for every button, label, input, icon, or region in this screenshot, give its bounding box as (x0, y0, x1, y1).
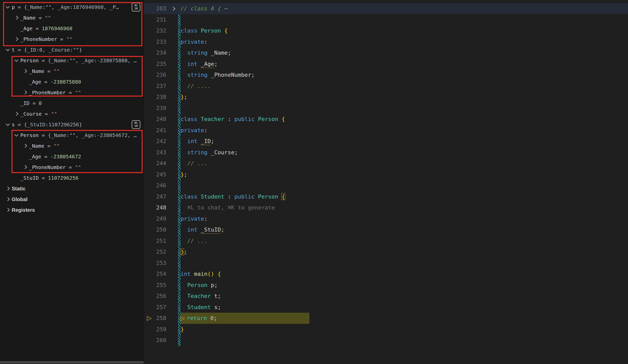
line-number-gutter[interactable]: 239 (144, 103, 178, 114)
line-number-gutter[interactable]: 251 (144, 235, 178, 247)
line-number-gutter[interactable]: 246 (144, 180, 178, 191)
sidebar-section-registers[interactable]: Registers (0, 205, 143, 215)
variable-row[interactable]: Person = {_Name:"", _Age:-238075880, … (0, 55, 143, 66)
variable-row[interactable]: _Name = "" (0, 12, 143, 23)
code-line[interactable]: 236 string _PhoneNumber; (144, 69, 628, 81)
variable-row[interactable]: _Age = -238054672 (0, 151, 143, 162)
chevron-right-icon[interactable] (14, 34, 20, 44)
code-line[interactable]: 231 (144, 14, 628, 25)
line-number-gutter[interactable]: 234 (144, 47, 178, 58)
line-number-gutter[interactable]: 260 (144, 335, 178, 346)
code-line[interactable]: 255 Person p; (144, 280, 628, 291)
variable-row[interactable]: _Course = "" (0, 109, 143, 119)
code-line[interactable]: 244 // ... (144, 158, 628, 169)
code-line[interactable]: 246 (144, 180, 628, 191)
variable-row[interactable]: _ID = 0 (0, 98, 143, 109)
chevron-right-icon[interactable] (5, 183, 12, 194)
code-line[interactable]: 234 string _Name; (144, 47, 628, 58)
code-line[interactable]: 203// class A { ⋯ (144, 3, 628, 14)
variable-row[interactable]: _PhoneNumber = "" (0, 162, 143, 173)
variable-row[interactable]: _PhoneNumber = "" (0, 87, 143, 98)
line-number-gutter[interactable]: 237 (144, 81, 178, 92)
code-line[interactable]: 238}; (144, 92, 628, 103)
chevron-down-icon[interactable] (14, 55, 20, 66)
chevron-right-icon[interactable] (22, 66, 29, 77)
code-line[interactable]: 251 // ... (144, 235, 628, 247)
line-number-gutter[interactable]: 250 (144, 224, 178, 235)
variable-row[interactable]: p = {_Name:"", _Age:1876946960, _P…0110 (0, 2, 143, 12)
code-line[interactable]: 260 (144, 335, 628, 346)
variable-row[interactable]: _Name = "" (0, 66, 143, 77)
line-number-gutter[interactable]: 240 (144, 114, 178, 125)
line-number-gutter[interactable]: 241 (144, 125, 178, 136)
line-number-gutter[interactable]: 245 (144, 169, 178, 180)
line-number-gutter[interactable]: 243 (144, 147, 178, 158)
chevron-down-icon[interactable] (5, 119, 12, 130)
code-line[interactable]: 233private: (144, 36, 628, 48)
line-number-gutter[interactable]: 231 (144, 14, 178, 25)
chevron-down-icon[interactable] (5, 2, 12, 12)
code-line[interactable]: 254int main() { (144, 268, 628, 280)
line-number-gutter[interactable]: 247 (144, 191, 178, 202)
code-line[interactable]: 235 int _Age; (144, 58, 628, 70)
chevron-down-icon[interactable] (14, 130, 20, 141)
chevron-right-icon[interactable] (22, 162, 29, 173)
code-line[interactable]: 242 int _ID; (144, 136, 628, 147)
sidebar-section-static[interactable]: Static (0, 183, 143, 194)
code-line[interactable]: 250 int _StuID; (144, 224, 628, 235)
line-number-gutter[interactable]: 233 (144, 36, 178, 48)
sidebar-horizontal-scrollbar[interactable] (0, 361, 144, 363)
line-number-gutter[interactable]: 248 (144, 202, 178, 213)
variable-row[interactable]: _PhoneNumber = "" (0, 34, 143, 44)
code-line[interactable]: 252}; (144, 246, 628, 257)
code-line[interactable]: 259} (144, 324, 628, 335)
sidebar-section-global[interactable]: Global (0, 194, 143, 205)
code-line[interactable]: 248 ⌘L to chat, ⌘K to generate (144, 202, 628, 213)
line-number-gutter[interactable]: 252 (144, 246, 178, 257)
code-line[interactable]: 232class Person { (144, 25, 628, 36)
line-number-gutter[interactable]: 254 (144, 268, 178, 280)
line-number-gutter[interactable]: 236 (144, 69, 178, 81)
line-number-gutter[interactable]: 259 (144, 324, 178, 335)
line-number-gutter[interactable]: 232 (144, 25, 178, 36)
code-line[interactable]: 240class Teacher : public Person { (144, 114, 628, 125)
line-number-gutter[interactable]: 257 (144, 302, 178, 313)
code-line[interactable]: 243 string _Course; (144, 147, 628, 158)
chevron-right-icon[interactable] (14, 12, 20, 23)
code-line[interactable]: 257 Student s; (144, 302, 628, 313)
fold-chevron-icon[interactable] (172, 9, 174, 11)
code-line[interactable]: 239 (144, 103, 628, 114)
binary-view-icon[interactable]: 0110 (132, 120, 140, 129)
chevron-down-icon[interactable] (5, 44, 12, 55)
line-number-gutter[interactable]: 235 (144, 58, 178, 70)
variable-row[interactable]: _Age = 1876946960 (0, 23, 143, 34)
code-line[interactable]: 237 // .... (144, 81, 628, 92)
code-line[interactable]: 253 (144, 257, 628, 269)
variable-row[interactable]: _StuID = 1107296256 (0, 173, 143, 183)
variable-row[interactable]: _Age = -238075880 (0, 77, 143, 87)
line-number-gutter[interactable]: 238 (144, 92, 178, 103)
line-number-gutter[interactable]: 253 (144, 257, 178, 269)
line-number-gutter[interactable]: 249 (144, 213, 178, 224)
code-line[interactable]: 249private: (144, 213, 628, 224)
line-number-gutter[interactable]: 255 (144, 280, 178, 291)
binary-view-icon[interactable]: 0110 (132, 3, 140, 11)
line-number-gutter[interactable]: 244 (144, 158, 178, 169)
line-number-gutter[interactable]: 242 (144, 136, 178, 147)
code-line[interactable]: 245}; (144, 169, 628, 180)
code-line[interactable]: 247class Student : public Person { (144, 191, 628, 202)
line-number-gutter[interactable]: ▷258 (144, 313, 178, 324)
code-editor[interactable]: 203// class A { ⋯231232class Person {233… (144, 0, 628, 364)
code-line[interactable]: ▷258▷ return 0; (144, 313, 628, 324)
variable-row[interactable]: Person = {_Name:"", _Age:-238054672, … (0, 130, 143, 141)
variable-row[interactable]: _Name = "" (0, 141, 143, 151)
code-line[interactable]: 256 Teacher t; (144, 291, 628, 302)
chevron-right-icon[interactable] (5, 205, 12, 215)
chevron-right-icon[interactable] (22, 87, 29, 98)
code-line[interactable]: 241private: (144, 125, 628, 136)
chevron-right-icon[interactable] (22, 141, 29, 151)
chevron-right-icon[interactable] (14, 109, 20, 119)
line-number-gutter[interactable]: 256 (144, 291, 178, 302)
variable-row[interactable]: t = {_ID:0, _Course:""} (0, 44, 143, 55)
line-number-gutter[interactable]: 203 (144, 3, 178, 14)
